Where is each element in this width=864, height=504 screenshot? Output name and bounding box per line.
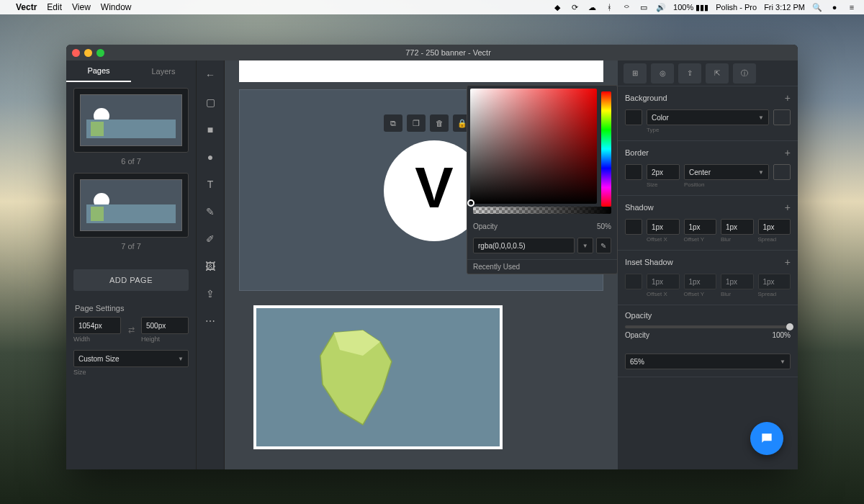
page-settings-title: Page Settings <box>66 297 196 317</box>
minimize-button[interactable] <box>84 49 92 57</box>
keyboard-layout[interactable]: Polish - Pro <box>716 3 757 12</box>
window-title: 772 - 250 banner - Vectr <box>405 48 491 57</box>
color-format-toggle[interactable]: ▼ <box>577 238 593 253</box>
shadow-swatch[interactable] <box>625 219 642 235</box>
inset-shadow-section: Inset Shadow+ 1pxOffset X 1pxOffset Y 1p… <box>618 251 798 305</box>
menu-window[interactable]: Window <box>101 2 132 12</box>
color-field[interactable] <box>470 89 597 204</box>
pencil-tool[interactable]: ✐ <box>202 230 219 248</box>
border-section: Border+ 2px Size Center▼ Position <box>618 141 798 196</box>
border-size-input[interactable]: 2px <box>647 164 680 180</box>
app-menu[interactable]: Vectr <box>16 2 37 12</box>
shadow-blur-input[interactable]: 1px <box>721 219 754 235</box>
menu-edit[interactable]: Edit <box>47 2 62 12</box>
image-tool[interactable]: 🖼 <box>202 258 219 275</box>
link-dimensions-icon[interactable]: ⇄ <box>125 317 137 343</box>
clock[interactable]: Fri 3:12 PM <box>764 3 805 12</box>
page-thumbnail[interactable] <box>73 88 189 153</box>
inset-offsety-input[interactable]: 1px <box>684 274 717 289</box>
inset-offsetx-input[interactable]: 1px <box>647 274 680 289</box>
background-section: Background+ Color▼ Type <box>618 86 798 141</box>
add-border-button[interactable]: + <box>785 147 791 158</box>
hue-slider[interactable] <box>601 91 611 207</box>
size-preset-select[interactable]: Custom Size▼ <box>73 350 189 367</box>
height-input[interactable] <box>141 317 189 334</box>
alpha-slider[interactable] <box>473 207 611 214</box>
text-tool[interactable]: T <box>202 176 219 193</box>
context-toolbar: ⧉ ❐ 🗑 🔒 <box>384 114 472 132</box>
page-thumbnail[interactable] <box>73 173 189 238</box>
rounded-rect-tool[interactable]: ▢ <box>202 94 219 111</box>
shadow-offsety-input[interactable]: 1px <box>684 219 717 235</box>
add-shadow-button[interactable]: + <box>785 202 791 213</box>
battery-status[interactable]: 100% ▮▮▮ <box>673 3 708 12</box>
display-icon[interactable]: ▭ <box>639 2 649 12</box>
export-icon[interactable]: ⇪ <box>678 63 701 84</box>
artboard-secondary[interactable] <box>253 305 503 449</box>
opacity-slider[interactable] <box>625 325 791 328</box>
chat-icon <box>760 431 774 446</box>
color-value-input[interactable] <box>473 238 575 253</box>
sync-icon[interactable]: ⟳ <box>570 2 580 12</box>
menu-extras-icon[interactable]: ≡ <box>847 2 857 12</box>
opacity-sub-select[interactable]: 65%▼ <box>625 354 791 369</box>
trash-icon[interactable]: 🗑 <box>430 114 449 132</box>
inset-spread-input[interactable]: 1px <box>758 274 791 289</box>
height-label: Height <box>141 336 189 343</box>
menu-view[interactable]: View <box>72 2 91 12</box>
share-icon[interactable]: ⇱ <box>706 63 729 84</box>
background-visibility-toggle[interactable] <box>773 109 791 125</box>
chat-button[interactable] <box>750 422 783 455</box>
close-button[interactable] <box>72 49 80 57</box>
background-type-select[interactable]: Color▼ <box>647 109 769 125</box>
inset-blur-input[interactable]: 1px <box>721 274 754 289</box>
eyedropper-icon[interactable]: ✎ <box>596 238 612 253</box>
rect-tool[interactable]: ■ <box>202 121 219 138</box>
cloud-icon[interactable]: ☁ <box>587 2 597 12</box>
grid-icon[interactable]: ⊞ <box>624 63 647 84</box>
inset-shadow-swatch[interactable] <box>625 274 642 289</box>
macos-menubar: Vectr Edit View Window ◆ ⟳ ☁ ᚼ ⌔ ▭ 🔊 100… <box>0 0 864 14</box>
border-visibility-toggle[interactable] <box>773 164 791 180</box>
width-input[interactable] <box>73 317 121 334</box>
pen-tool[interactable]: ✎ <box>202 203 219 220</box>
border-swatch[interactable] <box>625 164 642 180</box>
shadow-spread-input[interactable]: 1px <box>758 219 791 235</box>
background-swatch[interactable] <box>625 109 642 125</box>
volume-icon[interactable]: 🔊 <box>656 2 666 12</box>
color-cursor[interactable] <box>467 199 474 207</box>
opacity-label: Opacity <box>473 222 498 230</box>
iceberg-shape[interactable] <box>300 321 415 436</box>
page-counter: 6 of 7 <box>73 157 189 166</box>
dropbox-icon[interactable]: ◆ <box>552 2 562 12</box>
border-size-label: Size <box>647 181 680 188</box>
spotlight-icon[interactable]: 🔍 <box>812 2 822 12</box>
add-background-button[interactable]: + <box>785 92 791 104</box>
info-icon[interactable]: ⓘ <box>733 63 756 84</box>
opacity-label: Opacity <box>625 331 649 339</box>
artboard-header <box>239 60 603 82</box>
bluetooth-icon[interactable]: ᚼ <box>604 2 614 12</box>
ellipse-tool[interactable]: ● <box>202 148 219 166</box>
add-inset-shadow-button[interactable]: + <box>785 256 791 268</box>
tab-layers[interactable]: Layers <box>131 60 196 82</box>
window-titlebar[interactable]: 772 - 250 banner - Vectr <box>66 45 798 60</box>
upload-icon[interactable]: ⇪ <box>202 285 219 302</box>
more-icon[interactable]: ⋯ <box>202 312 219 330</box>
inset-shadow-title: Inset Shadow <box>625 258 673 266</box>
add-page-button[interactable]: ADD PAGE <box>73 269 189 291</box>
snap-icon[interactable]: ◎ <box>651 63 674 84</box>
traffic-lights <box>72 49 104 57</box>
duplicate-icon[interactable]: ❐ <box>407 114 426 132</box>
canvas[interactable]: ⧉ ❐ 🗑 🔒 V Opacity <box>225 60 618 469</box>
recently-used-label: Recently Used <box>467 259 617 274</box>
shadow-offsetx-input[interactable]: 1px <box>647 219 680 235</box>
copy-icon[interactable]: ⧉ <box>384 114 402 132</box>
border-position-select[interactable]: Center▼ <box>684 164 769 180</box>
tab-pages[interactable]: Pages <box>66 60 131 82</box>
user-icon[interactable]: ● <box>829 2 840 12</box>
opacity-value: 100% <box>772 331 791 339</box>
wifi-icon[interactable]: ⌔ <box>621 2 631 12</box>
maximize-button[interactable] <box>96 49 104 57</box>
back-icon[interactable]: ← <box>202 66 219 84</box>
